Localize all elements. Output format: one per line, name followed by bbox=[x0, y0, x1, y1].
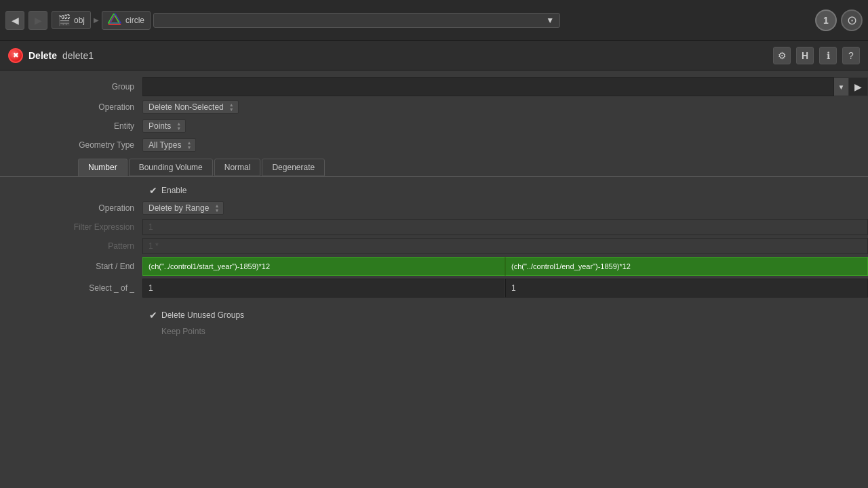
operation-label: Operation bbox=[0, 102, 142, 112]
filter-expression-label: Filter Expression bbox=[0, 222, 142, 232]
group-input[interactable] bbox=[142, 77, 834, 96]
filter-expression-control bbox=[142, 219, 868, 235]
path-dropdown-icon: ▼ bbox=[546, 16, 554, 25]
delete-unused-groups-label: Delete Unused Groups bbox=[161, 310, 244, 320]
pattern-input[interactable] bbox=[142, 238, 868, 254]
entity-value: Points bbox=[149, 121, 171, 131]
group-control: ▼ ▶ bbox=[142, 77, 868, 96]
geometry-type-label: Geometry Type bbox=[0, 140, 142, 150]
top-navigation-bar: ◀ ▶ 🎬 obj ▶ circle ▼ 1 ⊙ bbox=[0, 0, 868, 41]
tab-degenerate[interactable]: Degenerate bbox=[262, 159, 325, 176]
breadcrumb-node-label: circle bbox=[125, 16, 144, 25]
operation-value: Delete Non-Selected bbox=[149, 102, 224, 112]
operation-row: Operation Delete Non-Selected ▲ ▼ bbox=[0, 98, 868, 117]
start-end-label: Start / End bbox=[0, 262, 142, 271]
tab-normal[interactable]: Normal bbox=[214, 159, 261, 176]
tab-bounding-volume[interactable]: Bounding Volume bbox=[129, 159, 213, 176]
tab-bar: Number Bounding Volume Normal Degenerate bbox=[0, 155, 868, 176]
help-icon: ? bbox=[848, 50, 854, 61]
node-type-icon: ✖ bbox=[8, 48, 23, 63]
settings-icon: ⚙ bbox=[778, 50, 787, 61]
inner-operation-value: Delete by Range bbox=[149, 203, 209, 213]
info-icon: ℹ bbox=[827, 50, 830, 61]
houdini-logo-icon bbox=[108, 14, 121, 27]
select-end-input[interactable] bbox=[505, 279, 868, 298]
breadcrumb-node[interactable]: circle bbox=[102, 11, 151, 30]
keep-points-label: Keep Points bbox=[161, 327, 205, 336]
geometry-type-arrows: ▲ ▼ bbox=[186, 140, 191, 150]
breadcrumb-separator: ▶ bbox=[94, 16, 99, 24]
network-badge: 1 bbox=[815, 9, 837, 31]
group-row: Group ▼ ▶ bbox=[0, 76, 868, 98]
filter-expression-input[interactable] bbox=[142, 219, 868, 235]
pattern-row: Pattern bbox=[0, 237, 868, 256]
select-start-input[interactable] bbox=[142, 279, 505, 298]
end-input[interactable] bbox=[505, 257, 868, 276]
info-button[interactable]: ℹ bbox=[819, 47, 837, 64]
select-of-row: Select _ of _ bbox=[0, 277, 868, 299]
node-name: delete1 bbox=[62, 50, 94, 61]
entity-control: Points ▲ ▼ bbox=[142, 119, 868, 133]
render-button[interactable]: ⊙ bbox=[841, 9, 863, 31]
breadcrumb-obj[interactable]: 🎬 obj bbox=[52, 11, 91, 29]
breadcrumb-area: 🎬 obj ▶ circle ▼ bbox=[52, 11, 811, 30]
tab-content-number: ✔ Enable Operation Delete by Range ▲ ▼ F… bbox=[0, 176, 868, 304]
tab-number[interactable]: Number bbox=[78, 159, 127, 176]
breadcrumb-obj-label: obj bbox=[74, 16, 85, 25]
film-icon: 🎬 bbox=[58, 14, 71, 26]
inner-operation-label: Operation bbox=[0, 203, 142, 213]
entity-row: Entity Points ▲ ▼ bbox=[0, 117, 868, 136]
top-bar-right: 1 ⊙ bbox=[815, 9, 863, 31]
tab-bounding-volume-label: Bounding Volume bbox=[139, 163, 203, 172]
pattern-control bbox=[142, 238, 868, 254]
help-button[interactable]: ? bbox=[842, 47, 860, 64]
enable-row: ✔ Enable bbox=[0, 182, 868, 199]
node-header: ✖ Delete delete1 ⚙ H ℹ ? bbox=[0, 41, 868, 70]
delete-unused-groups-row: ✔ Delete Unused Groups bbox=[0, 307, 868, 323]
pattern-label: Pattern bbox=[0, 241, 142, 251]
group-label: Group bbox=[0, 82, 142, 92]
node-title: Delete bbox=[28, 50, 57, 61]
entity-dropdown[interactable]: Points ▲ ▼ bbox=[142, 119, 186, 133]
select-of-control bbox=[142, 279, 868, 298]
pin-button[interactable]: H bbox=[796, 47, 814, 64]
geometry-type-row: Geometry Type All Types ▲ ▼ bbox=[0, 136, 868, 155]
breadcrumb-path[interactable]: ▼ bbox=[153, 13, 560, 28]
entity-label: Entity bbox=[0, 121, 142, 131]
keep-points-checkmark: ✔ bbox=[149, 326, 157, 337]
tab-number-label: Number bbox=[88, 163, 117, 172]
inner-operation-arrows: ▲ ▼ bbox=[214, 203, 219, 213]
filter-expression-row: Filter Expression bbox=[0, 218, 868, 237]
keep-points-row: ✔ Keep Points bbox=[0, 323, 868, 340]
forward-icon: ▶ bbox=[35, 15, 42, 26]
badge-number: 1 bbox=[823, 15, 829, 26]
group-dropdown-button[interactable]: ▼ bbox=[834, 77, 849, 96]
extra-options: ✔ Delete Unused Groups ✔ Keep Points bbox=[0, 304, 868, 342]
operation-dropdown[interactable]: Delete Non-Selected ▲ ▼ bbox=[142, 100, 239, 114]
enable-label: Enable bbox=[161, 186, 186, 195]
tab-degenerate-label: Degenerate bbox=[272, 163, 315, 172]
settings-button[interactable]: ⚙ bbox=[773, 47, 791, 64]
geometry-type-value: All Types bbox=[149, 140, 181, 150]
start-end-control bbox=[142, 257, 868, 276]
render-icon: ⊙ bbox=[847, 13, 857, 28]
back-icon: ◀ bbox=[12, 15, 19, 26]
start-end-row: Start / End bbox=[0, 256, 868, 277]
inner-operation-dropdown[interactable]: Delete by Range ▲ ▼ bbox=[142, 201, 224, 215]
geometry-type-dropdown[interactable]: All Types ▲ ▼ bbox=[142, 138, 196, 152]
operation-arrows: ▲ ▼ bbox=[229, 102, 234, 112]
geometry-type-control: All Types ▲ ▼ bbox=[142, 138, 868, 152]
entity-arrows: ▲ ▼ bbox=[176, 121, 181, 131]
inner-operation-row: Operation Delete by Range ▲ ▼ bbox=[0, 199, 868, 218]
start-input[interactable] bbox=[142, 257, 505, 276]
back-button[interactable]: ◀ bbox=[5, 11, 24, 30]
tab-normal-label: Normal bbox=[224, 163, 251, 172]
operation-control: Delete Non-Selected ▲ ▼ bbox=[142, 100, 868, 114]
main-content: Group ▼ ▶ Operation Delete Non-Selected … bbox=[0, 70, 868, 348]
delete-unused-groups-checkmark: ✔ bbox=[149, 310, 157, 321]
select-of-label: Select _ of _ bbox=[0, 283, 142, 293]
group-arrow-button[interactable]: ▶ bbox=[849, 77, 868, 96]
inner-operation-control: Delete by Range ▲ ▼ bbox=[142, 201, 868, 215]
enable-checkmark: ✔ bbox=[149, 185, 157, 196]
forward-button[interactable]: ▶ bbox=[28, 11, 47, 30]
